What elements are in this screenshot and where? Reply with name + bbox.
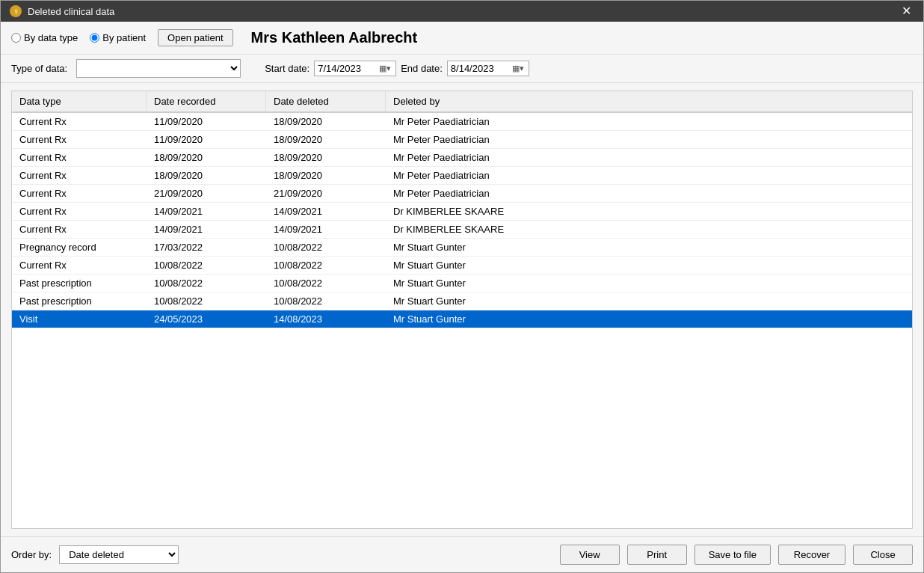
table-cell-data-type: Pregnancy record: [12, 239, 147, 256]
table-cell-data-type: Current Rx: [12, 113, 147, 130]
window-title: Deleted clinical data: [28, 6, 114, 17]
print-button[interactable]: Print: [627, 545, 687, 565]
table-row[interactable]: Current Rx14/09/202114/09/2021Dr KIMBERL…: [12, 221, 912, 239]
table-cell-deleted-by: Mr Peter Paediatrician: [386, 149, 912, 166]
end-date-wrapper: ▦▾: [447, 61, 529, 76]
start-date-wrapper: ▦▾: [314, 61, 396, 76]
table-cell-date-recorded: 14/09/2021: [147, 221, 266, 238]
table-cell-data-type: Past prescription: [12, 292, 147, 310]
table-cell-data-type: Current Rx: [12, 167, 147, 184]
table-cell-date-deleted: 18/09/2020: [266, 149, 386, 166]
start-date-label: Start date:: [265, 63, 309, 74]
table-cell-date-recorded: 18/09/2020: [147, 149, 266, 166]
col-header-deleted-by: Deleted by: [386, 91, 912, 111]
table-cell-deleted-by: Mr Stuart Gunter: [386, 310, 912, 328]
patient-name: Mrs Kathleen Aalbrecht: [251, 29, 418, 46]
main-window: ⚕ Deleted clinical data ✕ By data type B…: [0, 0, 924, 573]
table-cell-date-recorded: 11/09/2020: [147, 131, 266, 148]
table-cell-deleted-by: Dr KIMBERLEE SKAARE: [386, 221, 912, 238]
table-cell-date-deleted: 21/09/2020: [266, 185, 386, 202]
table-cell-deleted-by: Mr Peter Paediatrician: [386, 131, 912, 148]
table-cell-deleted-by: Mr Peter Paediatrician: [386, 167, 912, 184]
table-row[interactable]: Past prescription10/08/202210/08/2022Mr …: [12, 275, 912, 292]
table-cell-date-deleted: 18/09/2020: [266, 167, 386, 184]
start-date-input[interactable]: [318, 63, 378, 74]
radio-by-data-type-label: By data type: [24, 32, 78, 43]
recover-button[interactable]: Recover: [778, 545, 846, 565]
table-cell-date-recorded: 24/05/2023: [147, 310, 266, 328]
radio-by-data-type[interactable]: By data type: [11, 32, 78, 43]
table-cell-deleted-by: Mr Stuart Gunter: [386, 239, 912, 256]
end-date-input[interactable]: [451, 63, 511, 74]
close-button[interactable]: Close: [853, 545, 913, 565]
table-cell-date-recorded: 10/08/2022: [147, 275, 266, 292]
table-row[interactable]: Past prescription10/08/202210/08/2022Mr …: [12, 292, 912, 310]
table-row[interactable]: Pregnancy record17/03/202210/08/2022Mr S…: [12, 239, 912, 257]
col-header-date-deleted: Date deleted: [266, 91, 386, 111]
table-cell-date-recorded: 17/03/2022: [147, 239, 266, 256]
table-cell-date-deleted: 14/08/2023: [266, 310, 386, 328]
type-of-data-label: Type of data:: [11, 63, 67, 74]
table-cell-date-deleted: 10/08/2022: [266, 275, 386, 292]
end-date-label: End date:: [401, 63, 443, 74]
table-row[interactable]: Current Rx18/09/202018/09/2020Mr Peter P…: [12, 167, 912, 185]
save-to-file-button[interactable]: Save to file: [694, 545, 771, 565]
app-icon: ⚕: [10, 5, 22, 17]
table-cell-data-type: Visit: [12, 310, 147, 328]
order-by-label: Order by:: [11, 549, 52, 560]
table-cell-data-type: Current Rx: [12, 257, 147, 274]
toolbar: By data type By patient Open patient Mrs…: [1, 22, 923, 55]
table-cell-date-deleted: 18/09/2020: [266, 131, 386, 148]
title-bar-left: ⚕ Deleted clinical data: [10, 5, 114, 17]
table-row[interactable]: Visit24/05/202314/08/2023Mr Stuart Gunte…: [12, 310, 912, 328]
table-cell-data-type: Current Rx: [12, 149, 147, 166]
table-cell-data-type: Current Rx: [12, 203, 147, 220]
main-content: Data type Date recorded Date deleted Del…: [1, 83, 923, 536]
table-cell-deleted-by: Mr Peter Paediatrician: [386, 113, 912, 130]
date-group: Start date: ▦▾ End date: ▦▾: [265, 61, 529, 76]
table-cell-deleted-by: Mr Peter Paediatrician: [386, 185, 912, 202]
end-date-calendar-button[interactable]: ▦▾: [511, 64, 526, 73]
radio-by-patient-input[interactable]: [90, 33, 99, 43]
order-by-select[interactable]: Date deletedDate recordedData typeDelete…: [59, 545, 179, 564]
table-header: Data type Date recorded Date deleted Del…: [12, 91, 912, 113]
table-cell-data-type: Current Rx: [12, 221, 147, 238]
table-row[interactable]: Current Rx21/09/202021/09/2020Mr Peter P…: [12, 185, 912, 203]
table-row[interactable]: Current Rx10/08/202210/08/2022Mr Stuart …: [12, 257, 912, 275]
start-date-calendar-button[interactable]: ▦▾: [378, 64, 392, 73]
table-cell-data-type: Past prescription: [12, 275, 147, 292]
table-row[interactable]: Current Rx11/09/202018/09/2020Mr Peter P…: [12, 131, 912, 149]
table-cell-date-recorded: 21/09/2020: [147, 185, 266, 202]
type-of-data-select[interactable]: [76, 59, 241, 78]
table-cell-date-recorded: 18/09/2020: [147, 167, 266, 184]
data-table: Data type Date recorded Date deleted Del…: [11, 91, 913, 529]
table-cell-date-deleted: 10/08/2022: [266, 239, 386, 256]
table-cell-date-deleted: 14/09/2021: [266, 203, 386, 220]
table-cell-date-recorded: 10/08/2022: [147, 292, 266, 310]
open-patient-button[interactable]: Open patient: [158, 29, 232, 46]
col-header-date-recorded: Date recorded: [147, 91, 266, 111]
table-body: Current Rx11/09/202018/09/2020Mr Peter P…: [12, 113, 912, 528]
table-cell-deleted-by: Mr Stuart Gunter: [386, 257, 912, 274]
table-row[interactable]: Current Rx11/09/202018/09/2020Mr Peter P…: [12, 113, 912, 131]
table-cell-date-deleted: 18/09/2020: [266, 113, 386, 130]
table-cell-deleted-by: Mr Stuart Gunter: [386, 275, 912, 292]
radio-by-data-type-input[interactable]: [11, 33, 21, 43]
table-cell-date-recorded: 11/09/2020: [147, 113, 266, 130]
table-cell-date-recorded: 10/08/2022: [147, 257, 266, 274]
table-cell-data-type: Current Rx: [12, 185, 147, 202]
title-bar: ⚕ Deleted clinical data ✕: [1, 1, 923, 22]
table-cell-date-deleted: 14/09/2021: [266, 221, 386, 238]
close-window-button[interactable]: ✕: [899, 5, 914, 17]
table-cell-date-recorded: 14/09/2021: [147, 203, 266, 220]
footer: Order by: Date deletedDate recordedData …: [1, 536, 923, 572]
table-cell-date-deleted: 10/08/2022: [266, 257, 386, 274]
table-cell-data-type: Current Rx: [12, 131, 147, 148]
table-row[interactable]: Current Rx18/09/202018/09/2020Mr Peter P…: [12, 149, 912, 167]
radio-by-patient[interactable]: By patient: [90, 32, 146, 43]
view-button[interactable]: View: [560, 545, 620, 565]
col-header-data-type: Data type: [12, 91, 147, 111]
radio-by-patient-label: By patient: [102, 32, 146, 43]
table-cell-date-deleted: 10/08/2022: [266, 292, 386, 310]
table-row[interactable]: Current Rx14/09/202114/09/2021Dr KIMBERL…: [12, 203, 912, 221]
